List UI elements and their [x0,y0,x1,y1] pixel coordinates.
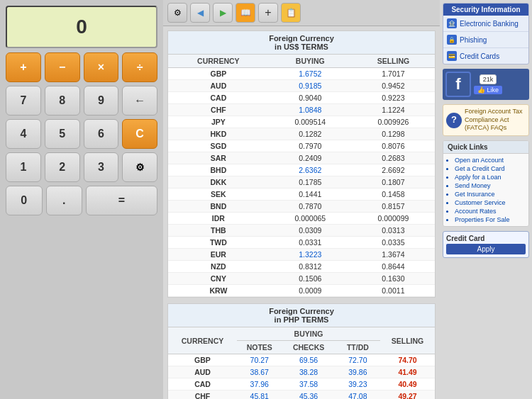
usd-table-title: Foreign Currency in US$ TERMS [168,31,435,55]
display-value: 0 [76,16,87,38]
security-item[interactable]: 💳 Credit Cards [443,48,528,64]
quick-link-item[interactable]: Open an Account [455,156,524,164]
mul-button[interactable]: × [84,52,119,82]
table-row: CHF 45.81 45.36 47.08 49.27 [168,390,435,400]
facebook-like-button[interactable]: 👍 Like [474,86,502,94]
currency-cell: TWD [168,237,269,249]
usd-col-selling: SELLING [352,55,435,68]
usd-table-body: GBP 1.6752 1.7017 AUD 0.9185 0.9452 CAD … [168,68,435,297]
main-scroll-area[interactable]: Foreign Currency in US$ TERMS CURRENCY B… [163,26,440,399]
equals-button[interactable]: = [86,186,157,215]
quick-link-item[interactable]: Get a Credit Card [455,164,524,173]
digit-3[interactable]: 3 [84,152,119,182]
digit-8[interactable]: 8 [45,86,80,116]
toolbar: ⚙ ◀ ▶ 📖 + 📋 [163,0,440,26]
selling-cell: 41.49 [380,366,435,378]
security-item-icon: 🔒 [447,35,457,45]
table-row: GBP 1.6752 1.7017 [168,68,435,80]
backspace-button[interactable]: ← [122,86,157,116]
book-button[interactable]: 📖 [235,3,255,23]
table-row: JPY 0.009514 0.009926 [168,116,435,128]
checks-cell: 37.58 [282,378,335,390]
buying-cell: 0.1785 [269,176,352,189]
table-row: AUD 0.9185 0.9452 [168,80,435,92]
currency-cell: SAR [168,152,269,164]
quick-links-title: Quick Links [443,141,528,154]
selling-cell: 0.0335 [352,237,435,249]
digit-9[interactable]: 9 [84,86,119,116]
selling-cell: 0.0011 [352,285,435,297]
facebook-box[interactable]: f 21k 👍 Like [443,69,529,100]
checks-cell: 69.56 [282,354,335,366]
digit-7[interactable]: 7 [6,86,41,116]
back-button[interactable]: ◀ [190,3,210,23]
add-button[interactable]: + [6,52,41,82]
selling-cell: 1.7017 [352,68,435,80]
currency-cell: CAD [168,92,269,104]
ttdd-cell: 72.70 [336,354,380,366]
selling-cell: 0.0313 [352,225,435,237]
security-item-label: Credit Cards [460,52,499,60]
quick-link-item[interactable]: Account Rates [455,207,524,215]
quick-link-item[interactable]: Send Money [455,181,524,190]
buying-cell: 0.0331 [269,237,352,249]
digit-1[interactable]: 1 [6,152,41,182]
buying-cell: 2.6362 [269,164,352,176]
clear-button[interactable]: C [122,119,157,149]
quick-link-item[interactable]: Get Insurance [455,190,524,198]
table-row: TWD 0.0331 0.0335 [168,237,435,249]
selling-cell: 40.49 [380,378,435,390]
credit-card-box: Credit Card Apply [443,231,529,258]
digit-4[interactable]: 4 [6,119,41,149]
digit-6[interactable]: 6 [84,119,119,149]
selling-cell: 0.000099 [352,213,435,225]
currency-cell: HKD [168,128,269,140]
selling-cell: 2.6692 [352,164,435,176]
quick-link-item[interactable]: Customer Service [455,198,524,207]
buying-cell: 0.1506 [269,273,352,285]
ttdd-cell: 47.08 [336,390,380,400]
sub-button[interactable]: − [45,52,80,82]
currency-cell: AUD [168,366,237,378]
selling-cell: 0.1807 [352,176,435,189]
selling-cell: 0.8157 [352,201,435,213]
forward-button[interactable]: ▶ [213,3,233,23]
buying-cell: 1.3223 [269,249,352,261]
calc-row-0eq: 0 . = [6,186,157,215]
gear-button[interactable]: ⚙ [167,3,187,23]
currency-cell: GBP [168,68,269,80]
security-item[interactable]: 🔒 Phishing [443,32,528,48]
currency-cell: THB [168,225,269,237]
div-button[interactable]: ÷ [122,52,157,82]
facebook-icon: f [445,72,471,97]
selling-cell: 74.70 [380,354,435,366]
notes-cell: 70.27 [237,354,282,366]
digit-2[interactable]: 2 [45,152,80,182]
note-button[interactable]: 📋 [281,3,301,23]
usd-table-wrapper: Foreign Currency in US$ TERMS CURRENCY B… [167,30,436,298]
table-row: THB 0.0309 0.0313 [168,225,435,237]
usd-table: Foreign Currency in US$ TERMS CURRENCY B… [168,31,435,297]
quick-link-item[interactable]: Apply for a Loan [455,173,524,181]
new-tab-button[interactable]: + [258,3,278,23]
ttdd-cell: 39.23 [336,378,380,390]
apply-button[interactable]: Apply [446,244,526,254]
settings-button[interactable]: ⚙ [122,152,157,182]
calc-row-ops: + − × ÷ [6,52,157,82]
selling-cell: 0.8076 [352,140,435,152]
fatca-text: Foreign Account Tax Compliance Act (FATC… [465,108,526,133]
security-item[interactable]: 🏦 Electronic Banking [443,16,528,32]
currency-cell: SEK [168,189,269,201]
fatca-box[interactable]: ? Foreign Account Tax Compliance Act (FA… [443,104,529,136]
quick-link-item[interactable]: Properties For Sale [455,215,524,224]
table-row: CNY 0.1506 0.1630 [168,273,435,285]
buying-cell: 0.9185 [269,80,352,92]
currency-cell: CAD [168,378,237,390]
digit-0[interactable]: 0 [6,186,43,215]
usd-col-buying: BUYING [269,55,352,68]
digit-5[interactable]: 5 [45,119,80,149]
currency-cell: SGD [168,140,269,152]
notes-cell: 45.81 [237,390,282,400]
currency-cell: CNY [168,273,269,285]
dot-button[interactable]: . [46,186,83,215]
